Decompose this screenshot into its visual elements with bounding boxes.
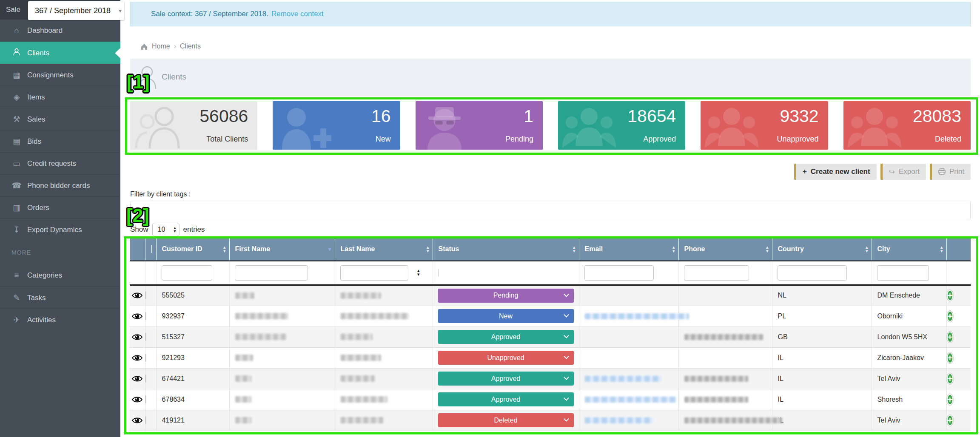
phone-filter-input[interactable] [684,265,749,281]
view-client-eye-icon[interactable] [130,292,145,299]
stat-card-total-clients[interactable]: 56086 Total Clients [130,101,257,150]
view-client-eye-icon[interactable] [130,375,145,382]
first-name-redacted [230,396,335,403]
add-row-action-button[interactable]: + [947,332,954,343]
add-row-action-button[interactable]: + [947,415,954,426]
last-name-redacted [335,334,433,340]
sidebar-item-activities[interactable]: ✈ Activities [0,309,120,331]
header-select-all[interactable] [145,238,156,261]
email-filter-input[interactable] [584,265,654,281]
stat-card-unapproved[interactable]: 9332 Unapproved [701,101,828,150]
status-dropdown[interactable]: Deleted [438,413,574,427]
filter-empty-actions [946,261,971,285]
email-redacted [579,417,678,423]
entries-count-select[interactable]: 10 ▴▾ [152,223,179,236]
sale-label: Sale [6,0,20,20]
sidebar-item-dashboard[interactable]: ⌂ Dashboard [0,20,120,42]
add-row-action-button[interactable]: + [947,373,954,384]
remove-context-link[interactable]: Remove context [271,10,324,18]
add-row-action-button[interactable]: + [947,290,954,301]
stat-label: New [376,135,391,144]
export-button[interactable]: ↪ Export [880,164,926,180]
select-all-checkbox[interactable] [151,245,152,253]
status-filter-select[interactable]: ▴▾ [438,269,439,277]
sidebar: ⌂ Dashboard Clients ▦ Consignments ◈ Ite… [0,20,120,437]
sidebar-item-label: Tasks [27,294,46,302]
client-tags-filter-input[interactable] [130,201,971,220]
add-row-action-button[interactable]: + [947,311,954,322]
sidebar-item-clients[interactable]: Clients [0,42,120,64]
header-first-name[interactable]: First Name▾ [229,238,335,261]
chevron-down-icon [564,395,569,401]
phone-redacted [679,376,772,382]
row-checkbox[interactable] [145,333,146,341]
last-name-filter-input[interactable] [340,265,408,281]
action-button-label: Print [949,167,964,176]
sale-context-text: Sale context: 367 / September 2018. [151,10,268,18]
row-checkbox[interactable] [145,291,146,299]
status-dropdown[interactable]: Unapproved [438,351,574,365]
first-name-filter-input[interactable] [235,265,308,281]
header-phone[interactable]: Phone▴▾ [678,238,772,261]
view-client-eye-icon[interactable] [130,417,145,424]
header-status[interactable]: Status▴▾ [433,238,579,261]
sidebar-item-categories[interactable]: ≡ Categories [0,264,120,287]
sidebar-item-bids[interactable]: ▤ Bids [0,130,120,152]
status-dropdown[interactable]: Approved [438,392,574,406]
show-entries: Show 10 ▴▾ entries [130,223,205,236]
view-client-eye-icon[interactable] [130,355,145,361]
sort-desc-icon: ▾ [328,246,331,252]
sidebar-item-credit-requests[interactable]: ▭ Credit requests [0,152,120,174]
view-client-eye-icon[interactable] [130,334,145,341]
status-value: Deleted [494,417,517,424]
view-client-eye-icon[interactable] [130,396,145,403]
stat-card-new[interactable]: 16 New [273,101,400,150]
row-checkbox[interactable] [145,375,146,383]
phone-icon: ☎ [11,181,22,190]
first-name-redacted [230,334,335,340]
stat-value: 1 [524,106,533,126]
stat-card-pending[interactable]: 1 Pending [416,101,543,150]
breadcrumb-home[interactable]: Home [152,43,170,50]
city-filter-input[interactable] [877,265,929,281]
status-dropdown[interactable]: Approved [438,330,574,344]
view-client-eye-icon[interactable] [130,313,145,320]
sort-arrows-icon: ▴▾ [940,245,943,253]
sidebar-item-sales[interactable]: ⚒ Sales [0,108,120,130]
header-city[interactable]: City▴▾ [872,238,946,261]
add-row-action-button[interactable]: + [947,352,954,363]
sidebar-item-tasks[interactable]: ✎ Tasks [0,287,120,309]
table-row: 932937 New PL Oborniki + [130,306,971,326]
sidebar-item-phone-bidder-cards[interactable]: ☎ Phone bidder cards [0,174,120,196]
row-checkbox[interactable] [145,312,146,320]
last-name-redacted [335,292,433,299]
status-dropdown[interactable]: Approved [438,372,574,386]
sidebar-item-orders[interactable]: ▥ Orders [0,196,120,218]
stat-label: Approved [643,135,676,144]
create-new-client-button[interactable]: + Create new client [794,164,877,180]
header-customer-id[interactable]: Customer ID▴▾ [156,238,229,261]
stat-card-approved[interactable]: 18654 Approved [558,101,685,150]
header-country[interactable]: Country▴▾ [772,238,872,261]
first-name-redacted [230,417,335,423]
sidebar-item-items[interactable]: ◈ Items [0,86,120,108]
sort-arrows-icon: ▴▾ [223,245,226,253]
status-dropdown[interactable]: New [438,309,574,323]
add-row-action-button[interactable]: + [947,394,954,405]
country-filter-input[interactable] [778,265,847,281]
row-checkbox[interactable] [145,354,146,362]
row-checkbox[interactable] [145,416,146,424]
first-name-redacted [230,375,335,382]
filter-empty-eye [130,261,145,285]
sidebar-item-consignments[interactable]: ▦ Consignments [0,64,120,86]
stat-card-deleted[interactable]: 28083 Deleted [843,101,971,150]
sale-context-dropdown[interactable]: 367 / September 2018 ▾ [28,1,124,20]
print-button[interactable]: Print [930,164,971,180]
customer-id-filter-input[interactable] [162,265,213,281]
sidebar-item-export-dynamics[interactable]: ↧ Export Dynamics [0,218,120,241]
status-dropdown[interactable]: Pending [438,289,574,303]
header-last-name[interactable]: Last Name▴▾ [335,238,433,261]
actions-row: + Create new client ↪ Export Print [794,164,971,180]
header-email[interactable]: Email▴▾ [579,238,678,261]
row-checkbox[interactable] [145,395,146,403]
